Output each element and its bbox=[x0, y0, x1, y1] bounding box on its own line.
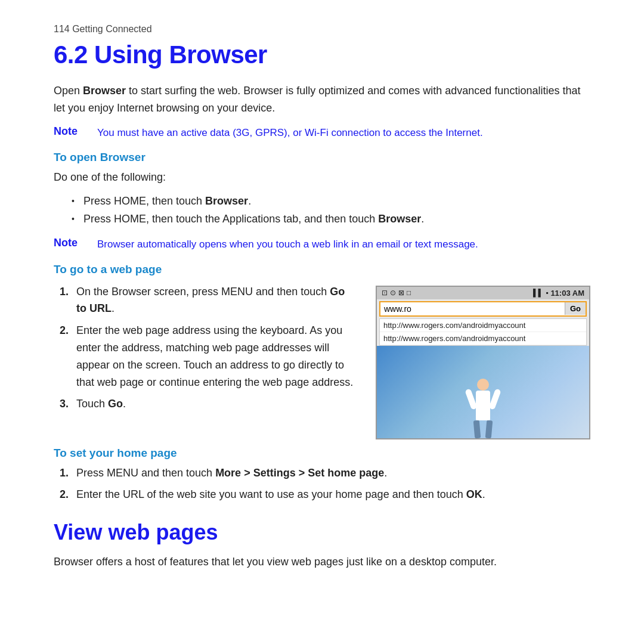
step-text: Enter the web page address using the key… bbox=[76, 324, 353, 388]
to-open-browser-list: Press HOME, then touch Browser. Press HO… bbox=[72, 192, 590, 228]
step-bold: OK bbox=[466, 488, 482, 500]
phone-url-input[interactable] bbox=[380, 302, 565, 315]
step-text-after: . bbox=[482, 488, 485, 500]
note2-label: Note bbox=[54, 237, 86, 249]
phone-mockup: ⊡ ⊙ ⊠ □ ▌▌ ▪ 11:03 AM Go h bbox=[376, 286, 590, 439]
note2-row: Note Browser automatically opens when yo… bbox=[54, 237, 590, 252]
phone-go-button[interactable]: Go bbox=[565, 302, 586, 315]
main-heading: 6.2 Using Browser bbox=[54, 41, 590, 69]
bullet-text-before: Press HOME, then touch the Applications … bbox=[83, 213, 378, 225]
to-set-home-page-title: To set your home page bbox=[54, 447, 590, 460]
list-item: 2. Enter the URL of the web site you wan… bbox=[60, 486, 590, 503]
list-item: Press HOME, then touch the Applications … bbox=[72, 210, 590, 228]
phone-status-icons-left: ⊡ ⊙ ⊠ □ bbox=[382, 289, 411, 297]
status-icon-3: ⊠ bbox=[398, 289, 404, 297]
two-col-layout: 1. On the Browser screen, press MENU and… bbox=[54, 281, 590, 439]
list-item: 2. Enter the web page address using the … bbox=[60, 322, 358, 391]
bullet-text-before: Press HOME, then touch bbox=[83, 195, 205, 207]
note2-text: Browser automatically opens when you tou… bbox=[97, 237, 478, 252]
intro-paragraph: Open Browser to start surfing the web. B… bbox=[54, 82, 590, 117]
step-text-after: . bbox=[384, 467, 387, 479]
to-open-browser-subtitle: Do one of the following: bbox=[54, 169, 590, 186]
bullet-bold: Browser bbox=[205, 195, 248, 207]
breadcrumb: 114 Getting Connected bbox=[54, 24, 590, 35]
step-num: 2. bbox=[60, 322, 69, 339]
bullet-text-after: . bbox=[248, 195, 251, 207]
figure-body bbox=[476, 391, 490, 420]
step-text-before: Touch bbox=[76, 398, 108, 410]
step-num: 3. bbox=[60, 395, 69, 413]
view-web-pages-heading: View web pages bbox=[54, 520, 590, 545]
page-container: 114 Getting Connected 6.2 Using Browser … bbox=[0, 0, 644, 600]
to-open-browser-title: To open Browser bbox=[54, 151, 590, 164]
signal-icon: ▌▌ bbox=[533, 289, 543, 297]
status-icon-4: □ bbox=[407, 289, 411, 297]
step-num: 1. bbox=[60, 465, 69, 482]
intro-text-before: Open bbox=[54, 85, 83, 97]
phone-browser-image bbox=[377, 346, 589, 438]
phone-status-bar: ⊡ ⊙ ⊠ □ ▌▌ ▪ 11:03 AM bbox=[377, 287, 589, 299]
step-text-before: On the Browser screen, press MENU and th… bbox=[76, 286, 330, 298]
note1-label: Note bbox=[54, 125, 86, 138]
step-text-before: Enter the URL of the web site you want t… bbox=[76, 488, 466, 500]
suggestion-item-1[interactable]: http://www.rogers.com/androidmyaccount bbox=[380, 319, 586, 332]
bullet-text-after: . bbox=[421, 213, 424, 225]
set-home-page-steps: 1. Press MENU and then touch More > Sett… bbox=[60, 465, 590, 504]
web-page-steps-list: 1. On the Browser screen, press MENU and… bbox=[60, 283, 358, 413]
step-bold: Go bbox=[108, 398, 123, 410]
step-text-before: Press MENU and then touch bbox=[76, 467, 215, 479]
battery-icon: ▪ bbox=[546, 289, 548, 297]
bullet-bold: Browser bbox=[378, 213, 421, 225]
phone-figure-illustration bbox=[456, 361, 510, 438]
suggestion-item-2[interactable]: http://www.rogers.com/androidmyaccount bbox=[380, 332, 586, 345]
list-item: 3. Touch Go. bbox=[60, 395, 358, 413]
view-web-pages-section: View web pages Browser offers a host of … bbox=[54, 520, 590, 571]
phone-suggestions-dropdown: http://www.rogers.com/androidmyaccount h… bbox=[379, 318, 587, 346]
to-go-web-page-title: To go to a web page bbox=[54, 263, 590, 276]
status-icon-2: ⊙ bbox=[390, 289, 396, 297]
figure-head bbox=[477, 379, 489, 391]
note1-row: Note You must have an active data (3G, G… bbox=[54, 125, 590, 141]
note1-text: You must have an active data (3G, GPRS),… bbox=[97, 125, 483, 141]
phone-address-bar[interactable]: Go bbox=[379, 301, 587, 317]
to-open-browser-section: To open Browser Do one of the following:… bbox=[54, 151, 590, 228]
step-text-after: . bbox=[112, 302, 114, 314]
figure-arm-right bbox=[488, 388, 501, 410]
list-item: Press HOME, then touch Browser. bbox=[72, 192, 590, 210]
step-bold: More > Settings > Set home page bbox=[215, 467, 384, 479]
list-item: 1. On the Browser screen, press MENU and… bbox=[60, 283, 358, 318]
status-icon-1: ⊡ bbox=[382, 289, 388, 297]
to-go-web-page-section: To go to a web page 1. On the Browser sc… bbox=[54, 263, 590, 439]
intro-bold: Browser bbox=[83, 85, 126, 97]
to-set-home-page-section: To set your home page 1. Press MENU and … bbox=[54, 447, 590, 504]
step-text-after: . bbox=[123, 398, 126, 410]
web-page-text-col: 1. On the Browser screen, press MENU and… bbox=[54, 281, 358, 422]
step-num: 2. bbox=[60, 486, 69, 503]
phone-status-icons-right: ▌▌ ▪ 11:03 AM bbox=[533, 289, 584, 298]
figure-leg-left bbox=[473, 420, 481, 438]
figure-leg-right bbox=[485, 420, 493, 438]
intro-text-after: to start surfing the web. Browser is ful… bbox=[54, 85, 580, 114]
phone-time: 11:03 AM bbox=[550, 289, 584, 298]
list-item: 1. Press MENU and then touch More > Sett… bbox=[60, 465, 590, 482]
step-num: 1. bbox=[60, 283, 69, 301]
view-web-pages-text: Browser offers a host of features that l… bbox=[54, 553, 590, 571]
